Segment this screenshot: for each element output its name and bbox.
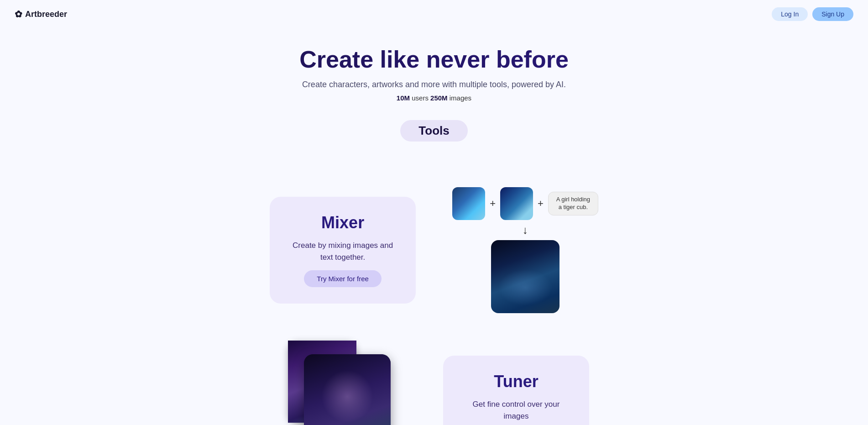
mixer-title: Mixer [321,213,364,232]
mixer-card: Mixer Create by mixing images and text t… [270,197,416,304]
tuner-description: Get fine control over your images [463,399,569,422]
hero-stats: 10M users 250M images [9,94,859,102]
images-label: images [448,94,472,102]
mixer-output-image [491,240,559,313]
mixer-try-button[interactable]: Try Mixer for free [304,270,382,287]
logo[interactable]: ✿ Artbreeder [15,9,67,20]
mixer-visual: + + A girl holding a tiger cub. ↓ [452,187,598,313]
plus-icon-2: + [538,198,544,210]
tuner-image-front [304,354,391,425]
mixer-description: Create by mixing images and text togethe… [290,240,396,263]
tools-section: Tools Mixer Create by mixing images and … [0,111,868,425]
tuner-visual [279,341,407,425]
arrow-down-icon: ↓ [523,224,528,236]
login-button[interactable]: Log In [772,7,808,21]
signup-button[interactable]: Sign Up [812,7,853,21]
mixer-text-chip: A girl holding a tiger cub. [548,192,598,215]
mixer-input-image-1 [452,187,485,220]
hero-title: Create like never before [9,47,859,73]
tools-heading: Tools [400,120,467,142]
logo-icon: ✿ [15,9,22,20]
tuner-card: Tuner Get fine control over your images … [443,356,589,425]
mixer-inputs: + + A girl holding a tiger cub. [452,187,598,220]
logo-text: Artbreeder [25,10,67,19]
tuner-row: Tuner Get fine control over your images … [46,341,822,425]
header-actions: Log In Sign Up [772,7,853,21]
header: ✿ Artbreeder Log In Sign Up [0,0,868,28]
mixer-input-image-2 [500,187,533,220]
hero-subtitle: Create characters, artworks and more wit… [9,80,859,89]
users-label: users [410,94,430,102]
images-count: 250M [430,94,448,102]
mixer-row: Mixer Create by mixing images and text t… [46,187,822,313]
users-count: 10M [397,94,410,102]
plus-icon-1: + [490,198,496,210]
hero-section: Create like never before Create characte… [0,28,868,111]
tuner-title: Tuner [494,372,538,391]
